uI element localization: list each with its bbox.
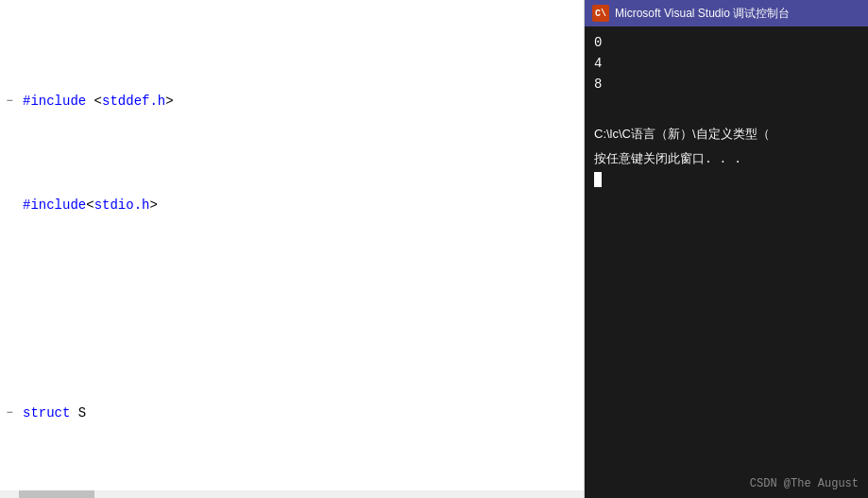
terminal-body: 0 4 8 C:\lc\C语言（新）\自定义类型（ 按任意键关闭此窗口. . .: [585, 26, 868, 498]
empty-prefix: [0, 299, 21, 319]
code-area: − #include <stddef.h> #include<stdio.h>: [0, 0, 584, 498]
include-close-2: >: [149, 195, 157, 215]
row-body-1: #include <stddef.h>: [21, 91, 584, 112]
include-file-2: stdio.h: [94, 195, 150, 215]
terminal-cursor: [594, 172, 602, 187]
terminal-path: C:\lc\C语言（新）\自定义类型（: [594, 125, 859, 144]
include-close-1: >: [165, 91, 173, 112]
terminal-app-icon: C\: [592, 5, 609, 22]
code-line-2: #include<stdio.h>: [0, 195, 584, 215]
terminal-hint: 按任意键关闭此窗口. . .: [594, 149, 859, 169]
struct-name: S: [70, 403, 86, 423]
terminal-panel: C\ Microsoft Visual Studio 调试控制台 0 4 8 C…: [585, 0, 868, 498]
code-line-struct: − struct S: [0, 403, 584, 423]
collapse-icon-1[interactable]: −: [4, 91, 15, 112]
terminal-title: Microsoft Visual Studio 调试控制台: [615, 6, 790, 22]
terminal-output-4: 4: [594, 53, 859, 74]
row-body-2: #include<stdio.h>: [21, 195, 584, 215]
terminal-titlebar: C\ Microsoft Visual Studio 调试控制台: [585, 0, 868, 26]
terminal-output-0: 0: [594, 32, 859, 53]
terminal-empty: [594, 98, 859, 119]
include-open-2: <: [86, 195, 94, 215]
horizontal-scrollbar[interactable]: [0, 490, 584, 498]
watermark: CSDN @The August: [750, 476, 859, 490]
code-line-1: − #include <stddef.h>: [0, 91, 584, 112]
row-body-struct: struct S: [21, 403, 584, 423]
keyword-include-2: #include: [23, 195, 86, 215]
include-file-1: stddef.h: [102, 91, 165, 112]
collapse-icon-struct[interactable]: −: [4, 403, 15, 423]
main-container: − #include <stddef.h> #include<stdio.h>: [0, 0, 868, 498]
terminal-cursor-line: [594, 169, 859, 190]
terminal-hint-text: 按任意键关闭此窗口. . .: [594, 152, 741, 166]
watermark-text: CSDN @The August: [750, 477, 859, 490]
include-text-1: <: [86, 91, 102, 112]
keyword-struct: struct: [23, 403, 70, 423]
code-panel: − #include <stddef.h> #include<stdio.h>: [0, 0, 585, 498]
keyword-include-1: #include: [23, 91, 86, 112]
collapse-prefix-struct[interactable]: −: [0, 403, 21, 423]
code-line-empty-1: [0, 299, 584, 319]
empty-body: [21, 299, 584, 319]
scrollbar-thumb[interactable]: [19, 490, 94, 498]
collapse-prefix-1[interactable]: −: [0, 91, 21, 112]
terminal-output-8: 8: [594, 74, 859, 94]
collapse-prefix-2: [0, 195, 21, 215]
